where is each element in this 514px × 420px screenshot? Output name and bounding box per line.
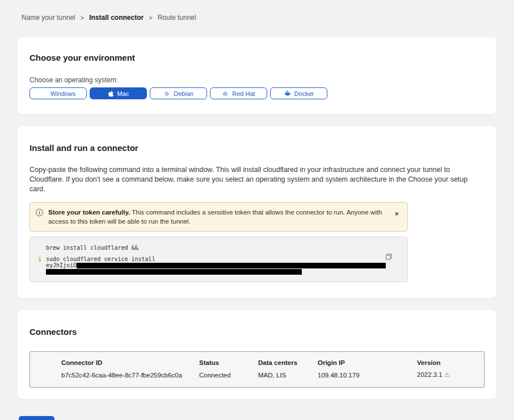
os-button-row: Windows Mac Debian Red Hat Docker — [30, 87, 484, 99]
os-button-debian[interactable]: Debian — [150, 87, 207, 99]
breadcrumb-install-connector: Install connector — [89, 14, 144, 22]
os-button-label: Mac — [117, 90, 129, 97]
code-text: brew install cloudflared && — [46, 245, 138, 251]
os-button-windows[interactable]: Windows — [30, 87, 87, 99]
breadcrumb-separator: > — [81, 14, 84, 21]
os-button-label: Red Hat — [232, 90, 255, 97]
breadcrumb-name-your-tunnel: Name your tunnel — [22, 14, 75, 22]
close-icon[interactable]: ✕ — [394, 211, 399, 217]
version-warning-icon: ⚠ — [444, 371, 450, 378]
install-description: Copy-paste the following command into a … — [30, 165, 483, 194]
table-header-row: Connector ID Status Data centers Origin … — [30, 359, 484, 371]
token-prefix: eyJhIjoiO — [46, 263, 77, 268]
cell-origin-ip: 109.48.10.179 — [318, 371, 417, 379]
token-warning-banner: ! Store your token carefully. This comma… — [30, 202, 408, 232]
redacted-token-bar — [77, 263, 386, 268]
status-badge: Connected — [199, 371, 258, 379]
warning-text: Store your token carefully. This command… — [48, 208, 389, 226]
install-connector-card: Install and run a connector Copy-paste t… — [18, 126, 496, 298]
cell-data-centers: MAD, LIS — [258, 371, 318, 379]
header-connector-id: Connector ID — [30, 359, 199, 371]
code-line-4 — [38, 269, 399, 275]
code-line-2: $ sudo cloudflared service install — [38, 256, 399, 262]
prompt-spacer — [38, 245, 46, 251]
breadcrumb-separator: > — [149, 14, 152, 21]
docker-icon — [284, 90, 291, 96]
environment-card-title: Choose your environment — [30, 53, 484, 62]
copy-icon[interactable] — [385, 253, 393, 262]
prompt-spacer — [38, 269, 46, 275]
shell-prompt: $ — [38, 256, 46, 262]
header-origin-ip: Origin IP — [318, 359, 417, 371]
header-status: Status — [199, 359, 258, 371]
os-button-label: Windows — [50, 90, 76, 97]
os-button-mac[interactable]: Mac — [90, 87, 147, 99]
connectors-card-title: Connectors — [30, 327, 484, 337]
redhat-icon — [222, 90, 229, 97]
debian-icon — [163, 90, 170, 97]
windows-icon — [41, 90, 47, 96]
install-command-code-block: brew install cloudflared && $ sudo cloud… — [30, 237, 408, 282]
warning-title: Store your token carefully. — [48, 209, 130, 216]
os-select-label: Choose an operating system: — [30, 76, 484, 84]
cell-version: 2022.3.1 ⚠ — [417, 371, 484, 379]
code-line-1: brew install cloudflared && — [38, 245, 399, 251]
apple-icon — [108, 90, 114, 97]
os-button-docker[interactable]: Docker — [270, 87, 327, 99]
code-text: sudo cloudflared service install — [46, 256, 155, 262]
connectors-card: Connectors Connector ID Status Data cent… — [18, 310, 496, 399]
next-button[interactable]: Next — [19, 416, 54, 420]
header-data-centers: Data centers — [258, 359, 318, 371]
os-button-label: Debian — [174, 90, 193, 97]
cell-connector-id: b7c52c42-6caa-48ee-8c77-fbe259cb6c0a — [30, 371, 199, 379]
connectors-table: Connector ID Status Data centers Origin … — [30, 351, 484, 388]
alert-circle-icon: ! — [36, 209, 43, 216]
breadcrumb-route-tunnel: Route tunnel — [158, 14, 196, 22]
install-card-title: Install and run a connector — [30, 143, 484, 153]
os-button-label: Docker — [294, 90, 314, 97]
header-version: Version — [417, 359, 484, 371]
choose-environment-card: Choose your environment Choose an operat… — [18, 37, 496, 114]
code-line-3: eyJhIjoiO — [38, 263, 399, 268]
breadcrumb: Name your tunnel > Install connector > R… — [0, 0, 514, 22]
prompt-spacer — [38, 263, 46, 268]
redacted-token-bar — [46, 269, 302, 275]
os-button-redhat[interactable]: Red Hat — [210, 87, 267, 99]
table-row: b7c52c42-6caa-48ee-8c77-fbe259cb6c0a Con… — [30, 371, 484, 379]
